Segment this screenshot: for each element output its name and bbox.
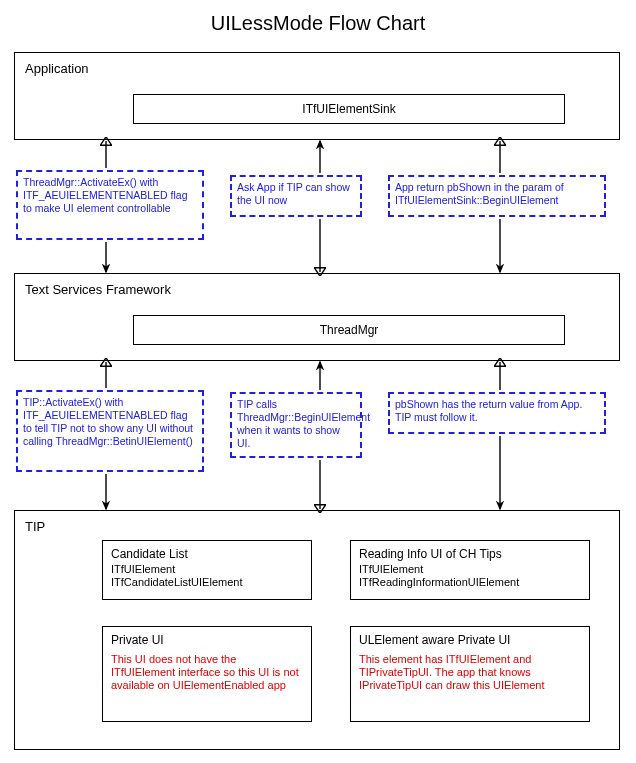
- arrows-layer: [0, 0, 636, 763]
- diagram-canvas: UILessMode Flow Chart Application ITfUIE…: [0, 0, 636, 763]
